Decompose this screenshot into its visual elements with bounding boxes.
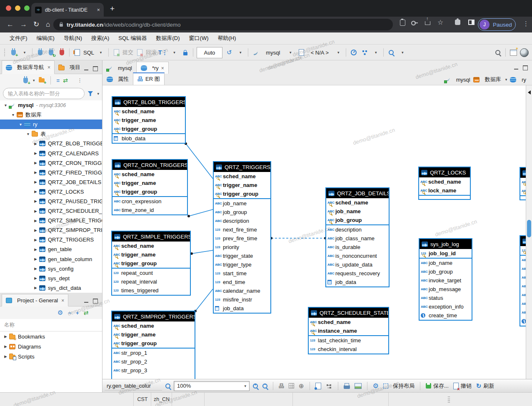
chevron-right-icon[interactable]: ▶: [33, 170, 38, 174]
tab-close-icon[interactable]: ×: [97, 7, 100, 13]
er-column-row[interactable]: ABCrequests_recovery: [326, 269, 389, 278]
breadcrumb-connection[interactable]: mysql: [456, 77, 470, 83]
er-column-row[interactable]: ABCdescription: [326, 225, 389, 234]
er-column-row[interactable]: ABCsched_name: [112, 107, 185, 116]
url-bar[interactable]: try.titanide.cn/ide/web/coding/db-client…: [53, 19, 393, 30]
window-close-button[interactable]: [6, 5, 11, 11]
window-minimize-button[interactable]: [15, 5, 20, 11]
chevron-right-icon[interactable]: ▶: [33, 142, 38, 146]
er-column-row[interactable]: 123start_time: [214, 269, 270, 278]
er-column-row[interactable]: ABCjob_group: [420, 267, 472, 276]
er-column-row[interactable]: create_time: [420, 311, 472, 320]
reload-icon[interactable]: ↻: [33, 20, 39, 29]
er-column-row[interactable]: ABC: [520, 178, 526, 187]
expand-all-icon[interactable]: +: [76, 310, 79, 316]
zoom-select[interactable]: 100% ▾: [174, 381, 250, 391]
transaction-log-dropdown[interactable]: ▾: [236, 47, 245, 58]
diagram-settings-button[interactable]: ⚙: [372, 381, 380, 391]
er-table-header[interactable]: QRTZ_SCHEDULER_STATE: [309, 308, 388, 318]
menu-item-2[interactable]: 导航(N): [59, 33, 87, 43]
connect-button[interactable]: [35, 47, 45, 58]
tree-item-qrtz-blob-triggers[interactable]: ▶QRTZ_BLOB_TRIGGERS: [0, 139, 102, 148]
breadcrumb-schema[interactable]: ry: [522, 77, 526, 83]
table-filter-input[interactable]: [3, 88, 85, 99]
er-column-row[interactable]: ABCsched_name: [214, 172, 270, 181]
er-column-row[interactable]: ABCjob_name: [420, 259, 472, 267]
er-column-row[interactable]: ABCjob_message: [420, 285, 472, 294]
chevron-right-icon[interactable]: ▶: [33, 189, 38, 194]
er-column-row[interactable]: 123end_time: [214, 278, 270, 286]
er-column-row[interactable]: ABC: [520, 187, 526, 195]
er-column-row[interactable]: 123priority: [214, 243, 270, 252]
er-table-qrtz_job_details[interactable]: QRTZ_JOB_DETAILSABCsched_nameABCjob_name…: [325, 187, 390, 287]
er-column-row[interactable]: [520, 317, 526, 326]
tree-item-qrtz-simprop-triggers[interactable]: ▶QRTZ_SIMPROP_TRIGGERS: [0, 225, 102, 235]
er-table-header[interactable]: QRTZ_CRON_TRIGGERS: [112, 160, 187, 170]
er-column-row[interactable]: 123next_fire_time: [214, 225, 270, 234]
er-column-row[interactable]: ABCsched_name: [112, 242, 190, 250]
new-connection-dropdown[interactable]: ▾: [20, 47, 29, 58]
back-icon[interactable]: ←: [7, 20, 14, 29]
new-folder-icon[interactable]: [39, 78, 45, 82]
er-column-row[interactable]: ABCinstance_name: [309, 326, 388, 335]
er-table-partial[interactable]: 123ABCABCABCABCABCABCABC: [520, 235, 526, 326]
er-column-row[interactable]: ABCis_update_data: [326, 260, 389, 269]
er-column-row[interactable]: ABCtrigger_group: [112, 125, 185, 133]
er-column-row[interactable]: ABCtrigger_group: [112, 259, 190, 268]
er-table-header[interactable]: sys_job_log: [420, 239, 472, 249]
chevron-right-icon[interactable]: ▶: [33, 161, 38, 165]
chevron-right-icon[interactable]: ▶: [33, 247, 38, 252]
chevron-right-icon[interactable]: ▶: [33, 199, 38, 203]
er-column-row[interactable]: ABCsched_name: [309, 318, 388, 326]
quick-search-button[interactable]: [493, 47, 502, 58]
tree-item-sys-dept[interactable]: ▶sys_dept: [0, 274, 102, 283]
er-column-row[interactable]: ABCtrigger_name: [112, 330, 195, 339]
er-column-row[interactable]: ABClock_name: [419, 186, 470, 195]
database-doc-button[interactable]: [297, 47, 306, 58]
er-column-row[interactable]: 123repeat_count: [112, 269, 190, 277]
chevron-down-icon[interactable]: ▼: [11, 113, 15, 117]
print-button[interactable]: [342, 381, 351, 391]
er-table-qrtz_scheduler_state[interactable]: QRTZ_SCHEDULER_STATEABCsched_nameABCinst…: [308, 307, 389, 354]
extensions-icon[interactable]: [455, 20, 460, 25]
er-column-row[interactable]: job_data: [214, 304, 270, 313]
project-item-bookmarks[interactable]: ▶Bookmarks: [0, 331, 102, 341]
bookmark-star-icon[interactable]: ☆: [437, 18, 443, 26]
tab-database-navigator[interactable]: 数据库导航 ×: [2, 60, 55, 74]
tree-item-ry[interactable]: ▼ry: [0, 120, 102, 129]
er-table-qrtz_locks[interactable]: QRTZ_LOCKSABCsched_nameABClock_name: [418, 167, 471, 200]
chevron-right-icon[interactable]: ▶: [33, 180, 38, 184]
er-column-row[interactable]: ABCexception_info: [420, 302, 472, 311]
connection-selector-dropdown[interactable]: ▾: [286, 47, 295, 58]
zoom-out-button[interactable]: [261, 381, 269, 391]
minimize-icon[interactable]: [84, 300, 88, 303]
er-column-row[interactable]: ABCstr_prop_1: [112, 349, 195, 357]
disconnect-button[interactable]: [57, 47, 66, 58]
er-column-row[interactable]: ABCtrigger_name: [112, 250, 190, 259]
browser-menu-icon[interactable]: ⋮: [523, 20, 529, 27]
new-connection-button[interactable]: [9, 47, 18, 58]
transaction-dropdown[interactable]: ▾: [170, 47, 179, 58]
diagram-search-input[interactable]: [105, 381, 162, 391]
chevron-right-icon[interactable]: ▶: [33, 151, 38, 155]
tree-item-gen-table-column[interactable]: ▶gen_table_column: [0, 254, 102, 264]
view-menu-icon[interactable]: ⋮: [77, 77, 82, 83]
er-column-row[interactable]: ABCstatus: [420, 294, 472, 302]
er-column-row[interactable]: ABCsched_name: [326, 198, 389, 207]
er-column-row[interactable]: 123job_log_id: [420, 249, 472, 258]
maximize-icon[interactable]: [93, 299, 98, 304]
chevron-right-icon[interactable]: ▶: [33, 267, 38, 271]
er-column-row[interactable]: ABCis_nonconcurrent: [326, 252, 389, 260]
profile-paused-badge[interactable]: J Paused: [478, 18, 516, 31]
tree-item-sys-dict-data[interactable]: ▶sys_dict_data: [0, 283, 102, 293]
web-perspective-button[interactable]: [520, 47, 529, 58]
er-column-row[interactable]: ABCstr_prop_3: [112, 366, 195, 375]
collapse-all-icon[interactable]: =: [57, 77, 60, 84]
tree-item-qrtz-scheduler-state[interactable]: ▶QRTZ_SCHEDULER_STATE: [0, 206, 102, 216]
er-column-row[interactable]: ABCcalendar_name: [214, 286, 270, 295]
er-column-row[interactable]: ABCtrigger_name: [214, 181, 270, 189]
chevron-down-icon[interactable]: ▼: [3, 103, 8, 107]
er-table-header[interactable]: QRTZ_LOCKS: [419, 167, 470, 177]
er-column-row[interactable]: job_data: [326, 278, 389, 286]
collapse-all-icon[interactable]: −: [68, 310, 71, 316]
